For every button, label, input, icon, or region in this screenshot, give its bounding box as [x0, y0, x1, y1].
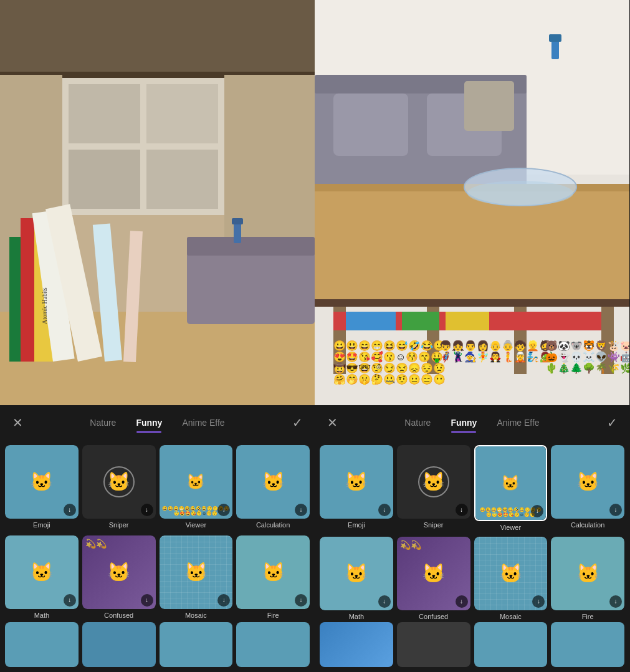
svg-rect-11	[9, 237, 21, 362]
right-tab-bar: ✕ Nature Funny Anime Effe ✓	[315, 405, 629, 440]
svg-text:😍🤩😘🥰😗☺😚😙🤑: 😍🤩😘🥰😗☺😚😙🤑	[333, 351, 443, 363]
left-effect-sniper[interactable]: 🐱 ↓ Sniper	[82, 445, 156, 532]
effect-label: Mosaic	[185, 612, 207, 619]
svg-text:🌵🎄🌲🌳🌴🌾🌿☘️🍀: 🌵🎄🌲🌳🌴🌾🌿☘️🍀	[545, 362, 629, 374]
svg-rect-32	[315, 187, 629, 299]
partial-item[interactable]	[160, 622, 233, 667]
effect-label: Fire	[267, 612, 279, 619]
right-effect-calculation[interactable]: 🐱 ↓ Calculation	[551, 445, 624, 533]
download-icon: ↓	[456, 595, 468, 608]
left-preview: Atomic Habits	[0, 0, 315, 405]
left-tab-funny[interactable]: Funny	[126, 413, 172, 433]
effect-label: Confused	[419, 613, 448, 620]
partial-item[interactable]	[474, 622, 548, 667]
right-preview: 😀😃😄😁😆😅🤣😂🙂 😍🤩😘🥰😗☺😚😙🤑 🤠😎🤓🧐😏😒😞😔😟 🤗🤭🤫🤔🤐🤨😐😑😶 …	[315, 0, 629, 405]
effect-label: Emoji	[348, 521, 365, 529]
svg-text:🤠😎🤓🧐😏😒😞😔😟: 🤠😎🤓🧐😏😒😞😔😟	[333, 362, 446, 374]
effect-label: Calculation	[256, 521, 290, 529]
effect-label: Fire	[582, 613, 594, 620]
left-tab-bar: ✕ Nature Funny Anime Effe ✓	[0, 405, 315, 440]
svg-rect-42	[346, 312, 396, 330]
right-close-button[interactable]: ✕	[321, 411, 343, 434]
download-icon: ↓	[141, 594, 153, 607]
left-effect-calculation[interactable]: 🐱 ↓ Calculation	[236, 445, 310, 532]
svg-rect-4	[69, 84, 140, 143]
right-confirm-button[interactable]: ✓	[601, 411, 623, 434]
svg-rect-21	[234, 221, 241, 243]
svg-rect-19	[187, 249, 315, 324]
left-panel: Atomic Habits ✕ Nature Funny Anime Effe …	[0, 0, 315, 672]
svg-rect-31	[549, 34, 561, 42]
svg-rect-38	[514, 299, 527, 374]
right-tab-funny[interactable]: Funny	[441, 413, 487, 433]
svg-rect-6	[69, 150, 140, 209]
svg-text:🎃👻💀☠️👽👾🤖🎭🎪: 🎃👻💀☠️👽👾🤖🎭🎪	[545, 351, 629, 363]
svg-rect-20	[187, 237, 315, 256]
partial-item[interactable]	[320, 622, 393, 667]
download-icon: ↓	[141, 504, 153, 516]
right-effect-grid: 🐱 ↓ Emoji 🐱 ↓ Sniper 🐱	[315, 440, 629, 622]
download-icon: ↓	[295, 504, 307, 516]
partial-item[interactable]	[236, 622, 310, 667]
right-panel: 😀😃😄😁😆😅🤣😂🙂 😍🤩😘🥰😗☺😚😙🤑 🤠😎🤓🧐😏😒😞😔😟 🤗🤭🤫🤔🤐🤨😐😑😶 …	[315, 0, 629, 672]
left-tab-items: Nature Funny Anime Effe	[29, 413, 286, 433]
download-icon: ↓	[378, 504, 391, 516]
left-confirm-button[interactable]: ✓	[286, 411, 308, 434]
effect-label: Sniper	[109, 521, 129, 529]
right-effect-sniper[interactable]: 🐱 ↓ Sniper	[397, 445, 470, 533]
partial-item[interactable]	[82, 622, 156, 667]
effect-label: Sniper	[424, 521, 444, 529]
svg-rect-22	[232, 218, 243, 224]
left-close-button[interactable]: ✕	[6, 411, 29, 434]
download-icon: ↓	[456, 504, 468, 516]
right-effect-fire[interactable]: 🐱 ↓ Fire	[551, 537, 624, 622]
svg-rect-5	[146, 84, 218, 143]
left-effect-fire[interactable]: 🐱 ↓ Fire	[236, 535, 310, 622]
svg-text:🤗🤭🤫🤔🤐🤨😐😑😶: 🤗🤭🤫🤔🤐🤨😐😑😶	[333, 373, 446, 385]
svg-point-35	[467, 181, 573, 206]
right-effect-emoji[interactable]: 🐱 ↓ Emoji	[320, 445, 393, 533]
svg-rect-40	[315, 299, 629, 307]
download-icon: ↓	[217, 594, 230, 607]
download-icon: ↓	[609, 595, 622, 608]
download-icon: ↓	[531, 505, 543, 517]
left-effect-viewer[interactable]: 🐱 😀😃😄😁😆😅🤣😂🙂🙃😉😊😇😍🤩😘😗☺😚😙 ↓ Viewer	[160, 445, 233, 532]
svg-text:🦸🦹🧙🧚🧛🧜🧝🧞🧟: 🦸🦹🧙🧚🧛🧜🧝🧞🧟	[439, 351, 551, 363]
download-icon: ↓	[64, 504, 76, 516]
partial-item[interactable]	[551, 622, 624, 667]
download-icon: ↓	[64, 594, 76, 607]
download-icon: ↓	[295, 594, 307, 607]
right-effect-viewer[interactable]: 🐱 😀😃😄😁😆😅🤣😂🙂🙃😉😊😇😍🤩😘😗☺😚😙 ↓ Viewer	[474, 445, 548, 533]
download-icon: ↓	[217, 504, 230, 516]
right-effect-confused[interactable]: 🐱 💫💫 ↓ Confused	[397, 537, 470, 622]
left-effect-confused[interactable]: 🐱 💫💫 ↓ Confused	[82, 535, 156, 622]
svg-text:🐻🐼🐨🐯🦁🐮🐷🐸🐵: 🐻🐼🐨🐯🦁🐮🐷🐸🐵	[545, 340, 629, 352]
left-effect-grid: 🐱 ↓ Emoji 🐱 ↓ Sniper 🐱	[0, 440, 315, 622]
effect-label: Math	[34, 612, 49, 619]
right-effect-math[interactable]: 🐱 ↓ Math	[320, 537, 393, 622]
left-tab-nature[interactable]: Nature	[80, 413, 126, 433]
effect-label: Calculation	[571, 521, 604, 529]
effect-label: Mosaic	[500, 613, 522, 620]
right-effect-mosaic[interactable]: 🐱 ↓ Mosaic	[474, 537, 548, 622]
svg-rect-12	[21, 218, 34, 362]
svg-rect-7	[146, 150, 218, 209]
left-tab-anime[interactable]: Anime Effe	[172, 413, 234, 433]
svg-text:Atomic Habits: Atomic Habits	[41, 287, 48, 324]
left-effect-emoji[interactable]: 🐱 ↓ Emoji	[5, 445, 79, 532]
effect-label: Confused	[104, 612, 133, 619]
partial-item[interactable]	[5, 622, 79, 667]
svg-text:😀😃😄😁😆😅🤣😂🙂: 😀😃😄😁😆😅🤣😂🙂	[333, 340, 446, 352]
left-bottom-partial	[0, 622, 315, 672]
left-effect-math[interactable]: 🐱 ↓ Math	[5, 535, 79, 622]
right-tab-nature[interactable]: Nature	[394, 413, 441, 433]
right-tab-anime[interactable]: Anime Effe	[487, 413, 549, 433]
effect-label: Emoji	[33, 521, 50, 529]
svg-rect-44	[446, 312, 489, 330]
partial-item[interactable]	[397, 622, 470, 667]
effect-label: Math	[349, 613, 364, 620]
right-tab-items: Nature Funny Anime Effe	[343, 413, 601, 433]
svg-rect-29	[464, 81, 514, 131]
svg-text:👦👧👨👩👴👵🧒👱🧔: 👦👧👨👩👴👵🧒👱🧔	[439, 340, 551, 352]
left-effect-mosaic[interactable]: 🐱 ↓ Mosaic	[160, 535, 233, 622]
